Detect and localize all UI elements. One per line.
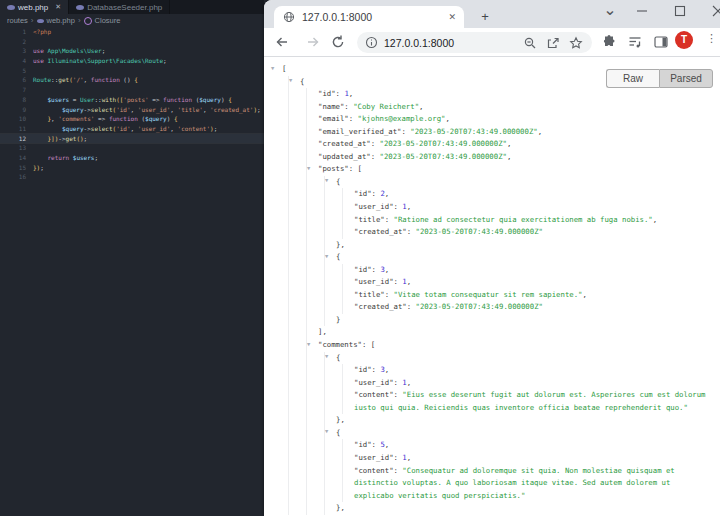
code-area[interactable]: 1<?php23use App\Models\User;4use Illumin… <box>0 27 264 182</box>
indent-guide <box>324 301 325 314</box>
indent-guide <box>306 138 307 151</box>
indent-guide <box>306 364 307 377</box>
indent-guide <box>306 214 307 227</box>
code-line-2[interactable]: 2 <box>0 37 264 47</box>
code-line-5[interactable]: 5 <box>0 66 264 76</box>
indent-guide <box>324 188 325 201</box>
indent-guide <box>324 239 325 252</box>
json-row: "user_id": 1, <box>264 276 720 289</box>
json-row: "created_at": "2023-05-20T07:43:49.00000… <box>264 226 720 239</box>
code-line-11[interactable]: 11 $query->select('id', 'user_id', 'cont… <box>0 124 264 134</box>
indent-guide <box>306 113 307 126</box>
indent-guide <box>324 201 325 214</box>
code-line-9[interactable]: 9 $query->select('id', 'user_id', 'title… <box>0 105 264 115</box>
json-row: "created_at": "2023-05-20T07:43:49.00000… <box>264 138 720 151</box>
indent-guide <box>288 214 289 227</box>
side-panel-icon[interactable] <box>653 34 669 50</box>
indent-guide <box>324 414 325 427</box>
indent-guide <box>306 226 307 239</box>
indent-guide <box>324 439 325 452</box>
editor-tab-web-php[interactable]: web.php ✕ <box>0 0 69 14</box>
editor-tab-databaseseeder-php[interactable]: DatabaseSeeder.php <box>69 0 170 14</box>
indent-guide <box>342 264 343 277</box>
breadcrumb-item-closure[interactable]: Closure <box>95 16 121 25</box>
browser-tab[interactable]: 127.0.0.1:8000 ✕ <box>274 6 464 28</box>
breadcrumb-item-routes[interactable]: routes <box>7 16 28 25</box>
indent-guide <box>306 477 307 490</box>
indent-guide <box>342 452 343 465</box>
new-tab-button[interactable]: + <box>476 8 494 26</box>
indent-guide <box>324 465 325 478</box>
close-window-button[interactable] <box>706 2 720 20</box>
address-bar[interactable]: 127.0.0.1:8000 <box>357 32 592 53</box>
vscode-editor-pane: web.php ✕ DatabaseSeeder.php routes › we… <box>0 0 264 516</box>
breadcrumb-item-web-php[interactable]: web.php <box>47 16 75 25</box>
minimize-button[interactable] <box>630 2 654 20</box>
code-line-14[interactable]: 14 return $users; <box>0 153 264 163</box>
code-line-7[interactable]: 7 <box>0 85 264 95</box>
code-line-13[interactable]: 13 <box>0 143 264 153</box>
json-row: "created_at": "2023-05-20T07:43:49.00000… <box>264 301 720 314</box>
json-row: "id": 1, <box>264 88 720 101</box>
collapse-toggle-icon[interactable]: ▼ <box>307 166 310 172</box>
collapse-toggle-icon[interactable]: ▼ <box>289 78 292 84</box>
media-controls-icon[interactable] <box>627 34 643 50</box>
parsed-button[interactable]: Parsed <box>659 69 713 88</box>
indent-guide <box>342 214 343 227</box>
collapse-toggle-icon[interactable]: ▼ <box>325 429 328 435</box>
collapse-toggle-icon[interactable]: ▼ <box>271 66 274 72</box>
raw-button[interactable]: Raw <box>606 69 659 88</box>
code-line-12[interactable]: 12 }])->get(); <box>0 134 264 144</box>
close-tab-icon[interactable]: ✕ <box>55 3 61 11</box>
forward-icon[interactable] <box>305 34 321 50</box>
code-line-8[interactable]: 8 $users = User::with(['posts' => functi… <box>0 95 264 105</box>
indent-guide <box>306 176 307 189</box>
indent-guide <box>342 389 343 402</box>
zoom-out-icon[interactable] <box>523 36 537 50</box>
close-tab-icon[interactable]: ✕ <box>448 12 456 22</box>
editor-tab-label: DatabaseSeeder.php <box>87 3 162 12</box>
json-row: "email_verified_at": "2023-05-20T07:43:4… <box>264 126 720 139</box>
json-row: "title": "Vitae totam consequatur sit re… <box>264 289 720 302</box>
indent-guide <box>324 276 325 289</box>
browser-content: Raw Parsed ▼[▼{"id": 1,"name": "Coby Rei… <box>264 57 720 516</box>
bookmark-star-icon[interactable] <box>569 36 583 50</box>
indent-guide <box>324 402 325 415</box>
collapse-toggle-icon[interactable]: ▼ <box>307 342 310 348</box>
collapse-toggle-icon[interactable]: ▼ <box>325 354 328 360</box>
json-row: "name": "Coby Reichert", <box>264 101 720 114</box>
code-line-10[interactable]: 10 }, 'comments' => function ($query) { <box>0 114 264 124</box>
code-line-3[interactable]: 3use App\Models\User; <box>0 46 264 56</box>
page-info-icon[interactable] <box>365 36 378 49</box>
back-icon[interactable] <box>274 34 290 50</box>
maximize-button[interactable] <box>668 2 692 20</box>
json-row: "id": 3, <box>264 264 720 277</box>
indent-guide <box>306 439 307 452</box>
code-line-15[interactable]: 15}); <box>0 163 264 173</box>
profile-avatar[interactable]: T <box>675 31 693 49</box>
indent-guide <box>288 239 289 252</box>
collapse-toggle-icon[interactable]: ▼ <box>325 178 328 184</box>
code-line-4[interactable]: 4use Illuminate\Support\Facades\Route; <box>0 56 264 66</box>
browser-tab-strip: 127.0.0.1:8000 ✕ + ⌄ <box>264 0 720 28</box>
extensions-puzzle-icon[interactable] <box>601 34 617 50</box>
json-row: "user_id": 1, <box>264 201 720 214</box>
indent-guide <box>324 314 325 327</box>
code-line-1[interactable]: 1<?php <box>0 27 264 37</box>
indent-guide <box>288 339 289 352</box>
json-row: ▼"comments": [ <box>264 339 720 352</box>
indent-guide <box>288 163 289 176</box>
code-line-16[interactable]: 16 <box>0 172 264 182</box>
tab-search-chevron-icon[interactable]: ⌄ <box>598 0 622 18</box>
url-text[interactable]: 127.0.0.1:8000 <box>384 37 523 49</box>
collapse-toggle-icon[interactable]: ▼ <box>325 254 328 260</box>
json-row: "email": "kjohns@example.org", <box>264 113 720 126</box>
code-line-6[interactable]: 6Route::get('/', function () { <box>0 75 264 85</box>
indent-guide <box>342 276 343 289</box>
share-icon[interactable] <box>546 36 560 50</box>
reload-icon[interactable] <box>330 34 346 50</box>
indent-guide <box>306 101 307 114</box>
indent-guide <box>288 101 289 114</box>
breadcrumb: routes › web.php › Closure <box>0 14 264 27</box>
menu-dots-icon[interactable]: ⋮ <box>706 32 717 45</box>
